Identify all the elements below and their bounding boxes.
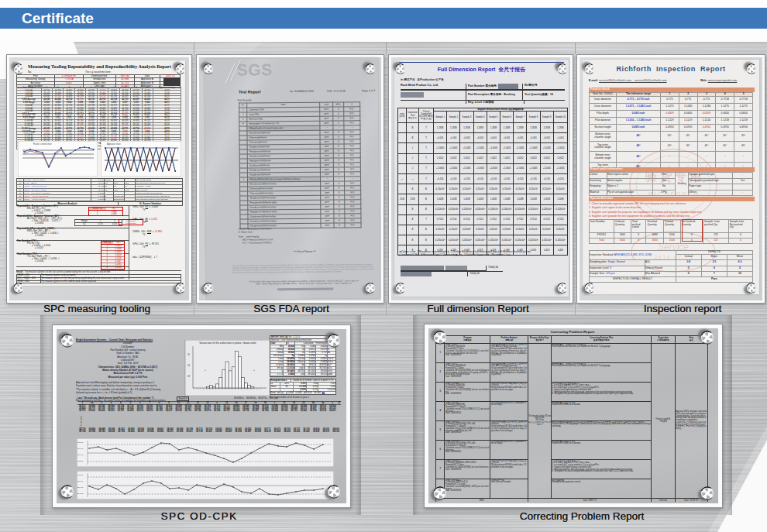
- svg-text:38.640: 38.640: [77, 454, 84, 456]
- svg-text:+: +: [253, 369, 255, 372]
- svg-text:38.620: 38.620: [77, 460, 84, 462]
- svg-text:+: +: [205, 369, 206, 372]
- svg-text:38.620: 38.620: [77, 493, 84, 495]
- svg-text:38.680: 38.680: [77, 441, 84, 444]
- svg-text:R and r control chart: R and r control chart: [33, 142, 52, 146]
- svg-text:38.660: 38.660: [77, 448, 84, 450]
- svg-text:38.640: 38.640: [77, 486, 84, 489]
- svg-text:Various bars hit the outline b: Various bars hit the outline bars in pla…: [199, 342, 256, 345]
- svg-text:38.680: 38.680: [77, 474, 84, 476]
- svg-text:38.660: 38.660: [77, 480, 84, 482]
- svg-text:Appraiser chart: Appraiser chart: [107, 142, 121, 146]
